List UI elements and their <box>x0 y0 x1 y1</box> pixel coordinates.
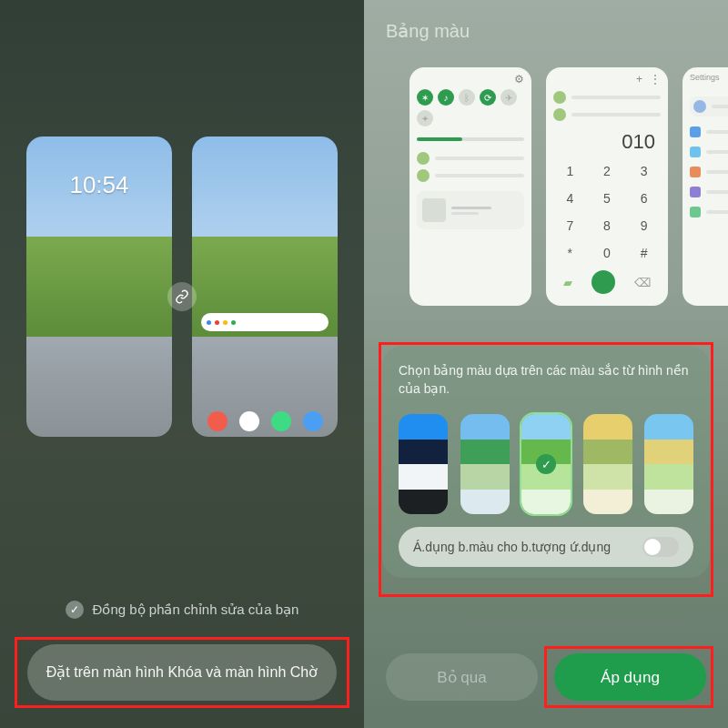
dial-key: * <box>553 241 587 265</box>
sync-label: Đồng bộ phần chỉnh sửa của bạn <box>93 602 299 618</box>
contact-icon <box>553 108 566 121</box>
toolbar-icons: +⋮ <box>636 73 661 86</box>
wallpaper-set-screen: 10:54 ✓ Đồn <box>0 0 364 728</box>
dialpad: 123456789*0# <box>553 159 661 265</box>
avatar-icon <box>417 152 430 165</box>
palette-option[interactable] <box>399 414 448 514</box>
air-icon: ✈ <box>500 89 517 106</box>
sheet-description: Chọn bảng màu dựa trên các màu sắc từ hì… <box>399 362 693 398</box>
palette-color <box>644 440 693 465</box>
preview-dialer[interactable]: +⋮ 010 123456789*0# ▰ ⌫ <box>546 67 668 306</box>
lock-time: 10:54 <box>26 171 172 199</box>
setting-icon <box>690 126 701 137</box>
dial-key: 4 <box>553 187 587 210</box>
apply-button[interactable]: Áp dụng <box>554 653 706 701</box>
preview-settings[interactable]: Settings <box>682 67 728 306</box>
apply-to-icons-toggle[interactable]: Á.dụng b.màu cho b.tượng ứ.dụng <box>399 527 693 567</box>
wallpaper-grass <box>192 237 338 337</box>
profile-icon <box>693 100 706 113</box>
dial-key: 0 <box>591 241 624 265</box>
link-icon[interactable] <box>167 282 197 311</box>
palette-color <box>644 464 693 490</box>
rotate-icon: ⟳ <box>480 89 496 106</box>
brightness-slider <box>417 137 524 141</box>
set-button-label: Đặt trên màn hình Khóa và màn hình Chờ <box>46 662 318 682</box>
dial-key: 8 <box>591 214 624 238</box>
wallpaper-sky <box>192 136 338 237</box>
dial-key: # <box>627 241 661 265</box>
skip-label: Bỏ qua <box>437 668 486 687</box>
wallpaper-road <box>26 337 172 437</box>
palette-color <box>399 490 448 515</box>
palette-color <box>583 414 632 440</box>
torch-icon: ✦ <box>417 110 433 126</box>
palette-color <box>460 414 510 440</box>
page-title: Bảng màu <box>386 20 470 42</box>
wallpaper-grass <box>26 237 172 337</box>
homescreen-preview[interactable] <box>192 136 338 437</box>
palette-color <box>644 490 693 515</box>
dial-number: 010 <box>559 130 655 154</box>
palette-color <box>644 414 693 440</box>
gear-icon: ⚙ <box>514 73 524 86</box>
apply-label: Áp dụng <box>601 668 660 687</box>
status-icons: ⚙ <box>514 73 524 86</box>
palette-color <box>460 490 510 515</box>
home-apps-row <box>201 411 329 431</box>
color-palette-screen: Bảng màu ⚙ ✶ ♪ ᛒ ⟳ ✈ ✦ <box>364 0 728 728</box>
dial-key: 6 <box>627 187 661 210</box>
palette-option[interactable] <box>644 414 693 514</box>
setting-icon <box>690 167 701 177</box>
palette-color <box>583 464 632 490</box>
dial-key: 5 <box>591 187 624 210</box>
palette-sheet: Chọn bảng màu dựa trên các màu sắc từ hì… <box>382 346 710 578</box>
media-card <box>417 191 524 229</box>
bt-icon: ᛒ <box>459 89 475 106</box>
palette-color <box>521 490 571 515</box>
call-button <box>592 270 615 294</box>
dial-actions: ▰ ⌫ <box>553 270 661 294</box>
palette-color <box>399 440 448 465</box>
lockscreen-preview[interactable]: 10:54 <box>26 136 172 437</box>
dial-key: 7 <box>553 214 587 238</box>
sync-edits-row[interactable]: ✓ Đồng bộ phần chỉnh sửa của bạn <box>0 601 364 619</box>
palette-color <box>399 414 448 440</box>
palette-option[interactable]: ✓ <box>521 414 571 514</box>
palette-color <box>399 464 448 490</box>
toggle-label: Á.dụng b.màu cho b.tượng ứ.dụng <box>413 540 611 554</box>
sound-icon: ♪ <box>438 89 454 106</box>
wallpaper-sky: 10:54 <box>26 136 172 237</box>
theme-preview-row[interactable]: ⚙ ✶ ♪ ᛒ ⟳ ✈ ✦ +⋮ <box>410 67 728 306</box>
skip-button[interactable]: Bỏ qua <box>386 653 538 701</box>
preview-quicksettings[interactable]: ⚙ ✶ ♪ ᛒ ⟳ ✈ ✦ <box>410 67 531 306</box>
switch[interactable] <box>642 537 679 557</box>
dial-key: 3 <box>627 159 661 183</box>
palette-option[interactable] <box>583 414 632 514</box>
quick-toggles: ✶ ♪ ᛒ ⟳ ✈ ✦ <box>417 89 524 126</box>
avatar-icon <box>417 169 430 182</box>
palette-options: ✓ <box>399 414 693 514</box>
check-icon: ✓ <box>536 454 556 474</box>
palette-color <box>583 490 632 515</box>
more-icon: ⋮ <box>650 73 661 86</box>
contact-icon <box>553 91 566 104</box>
dial-key: 9 <box>627 214 661 238</box>
palette-color <box>521 414 571 440</box>
check-icon: ✓ <box>66 601 84 619</box>
palette-color <box>460 440 510 465</box>
set-on-lock-home-button[interactable]: Đặt trên màn hình Khóa và màn hình Chờ <box>27 644 337 701</box>
plus-icon: + <box>636 73 642 86</box>
backspace-icon: ⌫ <box>634 276 651 289</box>
palette-option[interactable] <box>460 414 510 514</box>
palette-color <box>460 464 510 490</box>
setting-icon <box>690 187 701 197</box>
setting-icon <box>690 207 701 217</box>
wifi-icon: ✶ <box>417 89 433 106</box>
settings-title: Settings <box>690 73 720 82</box>
wallpaper-road <box>192 337 338 437</box>
setting-icon <box>690 147 701 157</box>
video-icon: ▰ <box>563 276 572 289</box>
dial-key: 1 <box>553 159 587 183</box>
google-search-bar <box>201 313 329 331</box>
action-buttons: Bỏ qua Áp dụng <box>386 653 706 701</box>
